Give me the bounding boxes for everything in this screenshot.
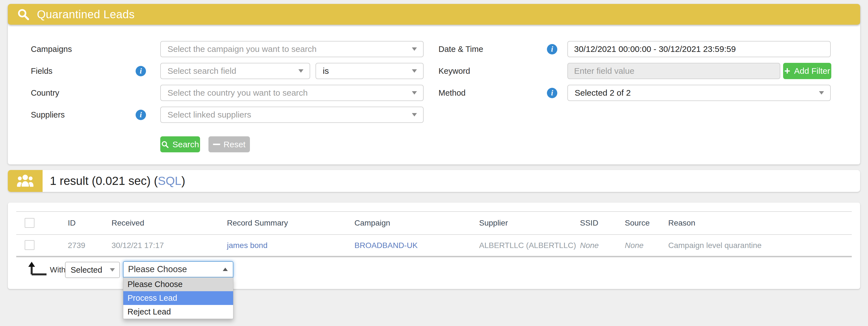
users-icon: [16, 174, 35, 188]
bulk-action-value: Please Choose: [128, 264, 187, 274]
cell-reason: Campaign level quarantine: [668, 235, 762, 256]
cell-received: 30/12/21 17:17: [112, 235, 164, 256]
search-button[interactable]: Search: [160, 136, 200, 152]
bulk-action-select[interactable]: Please Choose: [123, 261, 234, 277]
with-selected-arrow-icon: [27, 262, 48, 277]
results-summary: 1 result (0.021 sec) (SQL): [42, 170, 185, 192]
fields-label: Fields: [31, 63, 52, 79]
option-reject-lead[interactable]: Reject Lead: [123, 305, 233, 319]
page-header: Quarantined Leads: [8, 4, 860, 25]
search-label: Search: [172, 140, 199, 149]
caret-down-icon: [412, 113, 417, 116]
col-header-ssid[interactable]: SSID: [580, 212, 598, 234]
row-divider: [16, 256, 852, 257]
date-time-label: Date & Time: [438, 41, 483, 57]
option-process-lead[interactable]: Process Lead: [123, 291, 233, 305]
keyword-label: Keyword: [438, 63, 470, 79]
search-icon: [161, 140, 169, 148]
keyword-input[interactable]: [567, 63, 780, 79]
minus-icon: [213, 144, 220, 145]
caret-down-icon: [412, 91, 417, 94]
cell-id: 2739: [68, 235, 85, 256]
fields-select-placeholder: Select search field: [167, 66, 236, 76]
cell-source: None: [625, 235, 644, 256]
results-table-panel: ID Received Record Summary Campaign Supp…: [8, 202, 860, 289]
caret-down-icon: [819, 91, 824, 94]
results-bar: 1 result (0.021 sec) (SQL): [8, 170, 860, 192]
page-title: Quarantined Leads: [37, 8, 135, 21]
method-label: Method: [438, 85, 466, 101]
method-select-value: Selected 2 of 2: [575, 88, 631, 98]
with-target-select[interactable]: Selected: [65, 262, 120, 278]
cell-record-summary-link[interactable]: james bond: [227, 235, 268, 256]
search-icon: [17, 8, 30, 21]
fields-select[interactable]: Select search field: [160, 63, 310, 79]
method-select[interactable]: Selected 2 of 2: [567, 85, 831, 101]
caret-up-icon: [223, 268, 228, 271]
reset-label: Reset: [224, 140, 245, 149]
fields-info-icon[interactable]: i: [135, 66, 146, 76]
caret-down-icon: [299, 69, 304, 73]
suppliers-label: Suppliers: [31, 107, 65, 123]
cell-supplier: ALBERTLLC (ALBERTLLC): [479, 235, 576, 256]
col-header-source[interactable]: Source: [625, 212, 650, 234]
caret-down-icon: [110, 268, 115, 272]
campaigns-select[interactable]: Select the campaign you want to search: [160, 41, 424, 57]
fields-operator-select[interactable]: is: [315, 63, 424, 79]
cell-campaign-link[interactable]: BROADBAND-UK: [354, 235, 418, 256]
add-filter-label: Add Filter: [794, 66, 830, 76]
col-header-record-summary[interactable]: Record Summary: [227, 212, 288, 234]
results-suffix-text: ): [181, 174, 185, 188]
bulk-action-dropdown: Please Choose Process Lead Reject Lead: [123, 277, 234, 319]
country-label: Country: [31, 85, 59, 101]
campaigns-label: Campaigns: [31, 41, 72, 57]
caret-down-icon: [412, 47, 417, 51]
campaigns-select-placeholder: Select the campaign you want to search: [167, 44, 317, 54]
method-info-icon[interactable]: i: [547, 88, 557, 98]
results-icon-box: [8, 170, 42, 192]
sql-link[interactable]: SQL: [158, 174, 181, 188]
plus-icon: +: [784, 66, 790, 76]
col-header-campaign[interactable]: Campaign: [354, 212, 390, 234]
date-time-input[interactable]: [567, 41, 831, 57]
with-label: With: [50, 264, 66, 276]
country-select-placeholder: Select the country you want to search: [167, 88, 308, 98]
option-please-choose[interactable]: Please Choose: [123, 277, 233, 291]
col-header-supplier[interactable]: Supplier: [479, 212, 508, 234]
results-count-text: 1 result (0.021 sec) (: [50, 174, 158, 188]
reset-button[interactable]: Reset: [209, 136, 250, 152]
with-target-value: Selected: [71, 265, 102, 275]
col-header-received[interactable]: Received: [112, 212, 144, 234]
suppliers-select-placeholder: Select linked suppliers: [167, 110, 251, 119]
row-checkbox[interactable]: [25, 240, 34, 250]
add-filter-button[interactable]: +Add Filter: [783, 63, 831, 79]
search-filter-panel: Campaigns Select the campaign you want t…: [8, 24, 860, 164]
fields-operator-value: is: [323, 66, 329, 76]
date-time-info-icon[interactable]: i: [547, 44, 557, 54]
country-select[interactable]: Select the country you want to search: [160, 85, 424, 101]
suppliers-select[interactable]: Select linked suppliers: [160, 107, 424, 123]
suppliers-info-icon[interactable]: i: [135, 110, 146, 120]
select-all-checkbox[interactable]: [25, 218, 34, 228]
caret-down-icon: [412, 69, 417, 73]
quarantined-leads-page: Campaigns Select the campaign you want t…: [0, 0, 868, 326]
cell-ssid: None: [580, 235, 599, 256]
col-header-reason[interactable]: Reason: [668, 212, 695, 234]
col-header-id[interactable]: ID: [68, 212, 76, 234]
